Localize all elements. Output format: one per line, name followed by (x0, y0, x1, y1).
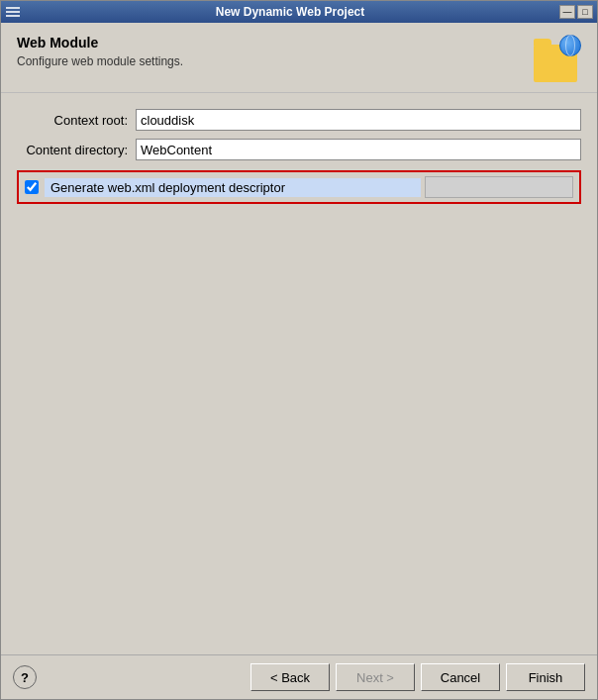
minimize-button[interactable]: — (559, 5, 575, 19)
checkbox-section: Generate web.xml deployment descriptor (17, 170, 581, 204)
window-controls: — □ (559, 5, 593, 19)
header-section: Web Module Configure web module settings… (1, 23, 597, 93)
globe-icon (559, 35, 581, 56)
content-directory-input[interactable] (136, 139, 581, 160)
help-button[interactable]: ? (13, 665, 37, 689)
header-icon (534, 35, 581, 82)
finish-button[interactable]: Finish (506, 663, 585, 691)
checkbox-row: Generate web.xml deployment descriptor (17, 170, 581, 204)
next-button[interactable]: Next > (336, 663, 415, 691)
generate-xml-checkbox[interactable] (25, 180, 39, 194)
bottom-bar: ? < Back Next > Cancel Finish (1, 654, 597, 699)
navigation-buttons: < Back Next > Cancel Finish (250, 663, 585, 691)
main-section: Context root: Content directory: Generat… (1, 93, 597, 654)
main-window: New Dynamic Web Project — □ Web Module C… (0, 0, 598, 700)
content-directory-row: Content directory: (17, 139, 581, 160)
back-button[interactable]: < Back (250, 663, 330, 691)
context-root-row: Context root: (17, 109, 581, 131)
window-menu-icon[interactable] (5, 4, 21, 20)
cancel-button[interactable]: Cancel (421, 663, 500, 691)
window-title: New Dynamic Web Project (21, 5, 559, 19)
page-subtitle: Configure web module settings. (17, 54, 534, 68)
title-bar: New Dynamic Web Project — □ (1, 1, 597, 23)
page-title: Web Module (17, 35, 534, 50)
context-root-input[interactable] (136, 109, 581, 131)
generate-xml-label: Generate web.xml deployment descriptor (45, 178, 421, 197)
checkbox-right-area (425, 176, 573, 198)
content-directory-label: Content directory: (17, 143, 136, 157)
maximize-button[interactable]: □ (577, 5, 593, 19)
context-root-label: Context root: (17, 113, 136, 128)
